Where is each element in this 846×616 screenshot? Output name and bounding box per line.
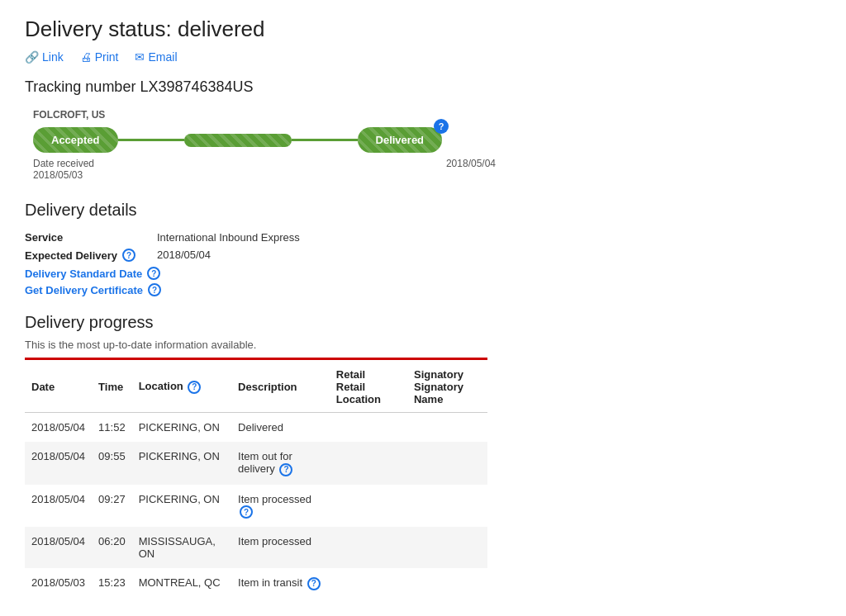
origin-label: FOLCROFT, US bbox=[33, 109, 821, 121]
print-action[interactable]: 🖨 Print bbox=[80, 50, 119, 64]
cell-date: 2018/05/04 bbox=[25, 413, 92, 443]
col-header-retail-location: Retail Retail Location bbox=[330, 360, 407, 413]
track-line-1 bbox=[118, 139, 184, 141]
cell-time: 09:27 bbox=[92, 485, 132, 528]
cell-description: Item processed ? bbox=[231, 485, 330, 528]
delivery-progress-section: Delivery progress This is the most up-to… bbox=[25, 313, 821, 599]
tracking-number-title: Tracking number LX398746384US bbox=[25, 78, 821, 96]
expected-delivery-help-icon[interactable]: ? bbox=[122, 249, 135, 262]
certificate-help-icon[interactable]: ? bbox=[148, 283, 161, 296]
detail-row-certificate: Get Delivery Certificate ? bbox=[25, 283, 821, 296]
progress-track: Accepted Delivered ? bbox=[33, 127, 821, 153]
cell-location: PICKERING, ON bbox=[132, 413, 231, 443]
get-delivery-certificate-link[interactable]: Get Delivery Certificate ? bbox=[25, 283, 161, 296]
cell-time: 09:55 bbox=[92, 442, 132, 485]
email-icon: ✉ bbox=[135, 50, 145, 64]
progress-table: Date Time Location ? Description Retail … bbox=[25, 360, 487, 599]
cell-retail-location bbox=[330, 413, 407, 443]
link-action[interactable]: 🔗 Link bbox=[25, 50, 64, 64]
step-delivered: Delivered ? bbox=[358, 127, 443, 153]
cell-signatory-name bbox=[407, 485, 487, 528]
cell-retail-location bbox=[330, 442, 407, 485]
delivery-details-title: Delivery details bbox=[25, 201, 821, 220]
cell-location: PICKERING, ON bbox=[132, 485, 231, 528]
progress-table-header: Date Time Location ? Description Retail … bbox=[25, 360, 487, 413]
cell-description: Delivered bbox=[231, 413, 330, 443]
table-row: 2018/05/0406:20MISSISSAUGA, ONItem proce… bbox=[25, 527, 487, 568]
cell-retail-location bbox=[330, 485, 407, 528]
expected-delivery-value: 2018/05/04 bbox=[157, 249, 211, 261]
print-label: Print bbox=[95, 50, 119, 64]
action-links-bar: 🔗 Link 🖨 Print ✉ Email bbox=[25, 50, 821, 64]
cell-time: 11:52 bbox=[92, 413, 132, 443]
cell-location: MONTREAL, QC bbox=[132, 568, 231, 599]
link-icon: 🔗 bbox=[25, 50, 39, 64]
tracker-section: FOLCROFT, US Accepted Delivered ? Date r… bbox=[25, 109, 821, 181]
page-title: Delivery status: delivered bbox=[25, 17, 821, 42]
table-row: 2018/05/0315:23MONTREAL, QCItem in trans… bbox=[25, 568, 487, 599]
progress-info-text: This is the most up-to-date information … bbox=[25, 339, 821, 351]
col-header-time: Time bbox=[92, 360, 132, 413]
cell-date: 2018/05/04 bbox=[25, 527, 92, 568]
step-middle bbox=[184, 134, 292, 147]
col-header-signatory: Signatory Signatory Name bbox=[407, 360, 487, 413]
location-help-icon[interactable]: ? bbox=[188, 381, 201, 394]
cell-date: 2018/05/04 bbox=[25, 485, 92, 528]
cell-signatory-name bbox=[407, 413, 487, 443]
cell-location: MISSISSAUGA, ON bbox=[132, 527, 231, 568]
link-label: Link bbox=[42, 50, 64, 64]
service-label: Service bbox=[25, 231, 157, 244]
table-row: 2018/05/0411:52PICKERING, ONDelivered bbox=[25, 413, 487, 443]
expected-delivery-label: Expected Delivery ? bbox=[25, 249, 157, 262]
delivery-progress-title: Delivery progress bbox=[25, 313, 821, 332]
email-action[interactable]: ✉ Email bbox=[135, 50, 177, 64]
accepted-date-label: Date received 2018/05/03 bbox=[33, 158, 94, 181]
delivery-details-section: Delivery details Service International I… bbox=[25, 201, 821, 296]
cell-signatory-name bbox=[407, 527, 487, 568]
cell-location: PICKERING, ON bbox=[132, 442, 231, 485]
col-header-date: Date bbox=[25, 360, 92, 413]
delivered-date-label: 2018/05/04 bbox=[446, 158, 496, 181]
delivery-standard-date-link[interactable]: Delivery Standard Date ? bbox=[25, 267, 160, 280]
cell-time: 06:20 bbox=[92, 527, 132, 568]
track-line-2 bbox=[292, 139, 358, 141]
cell-date: 2018/05/03 bbox=[25, 568, 92, 599]
table-row: 2018/05/0409:27PICKERING, ONItem process… bbox=[25, 485, 487, 528]
detail-row-service: Service International Inbound Express bbox=[25, 231, 821, 244]
cell-time: 15:23 bbox=[92, 568, 132, 599]
print-icon: 🖨 bbox=[80, 50, 92, 64]
delivered-question-badge[interactable]: ? bbox=[434, 119, 449, 134]
detail-row-expected: Expected Delivery ? 2018/05/04 bbox=[25, 249, 821, 262]
standard-date-help-icon[interactable]: ? bbox=[147, 267, 160, 280]
service-value: International Inbound Express bbox=[157, 231, 300, 244]
cell-description: Item in transit ? bbox=[231, 568, 330, 599]
description-help-icon[interactable]: ? bbox=[279, 463, 292, 476]
cell-signatory-name bbox=[407, 568, 487, 599]
email-label: Email bbox=[148, 50, 177, 64]
cell-date: 2018/05/04 bbox=[25, 442, 92, 485]
cell-signatory-name bbox=[407, 442, 487, 485]
col-header-description: Description bbox=[231, 360, 330, 413]
col-header-location: Location ? bbox=[132, 360, 231, 413]
step-accepted: Accepted bbox=[33, 127, 118, 153]
cell-retail-location bbox=[330, 527, 407, 568]
description-help-icon[interactable]: ? bbox=[307, 577, 321, 590]
table-row: 2018/05/0409:55PICKERING, ONItem out for… bbox=[25, 442, 487, 485]
cell-description: Item processed bbox=[231, 527, 330, 568]
cell-retail-location bbox=[330, 568, 407, 599]
description-help-icon[interactable]: ? bbox=[240, 505, 253, 519]
cell-description: Item out for delivery ? bbox=[231, 442, 330, 485]
details-table: Service International Inbound Express Ex… bbox=[25, 231, 821, 296]
detail-row-standard-date: Delivery Standard Date ? bbox=[25, 267, 821, 280]
